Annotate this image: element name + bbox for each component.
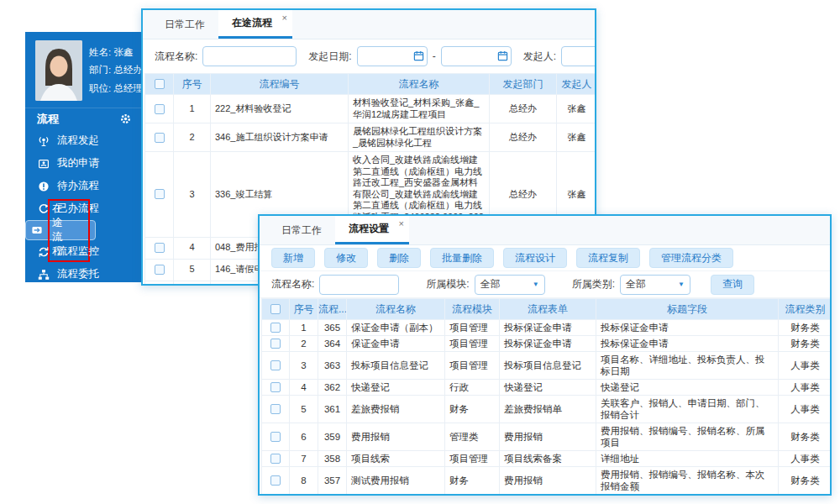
table-row[interactable]: 2 364 保证金申请 项目管理 投标保证金申请 投标保证金申请 财务类 bbox=[262, 336, 832, 352]
sidebar-item-my-applications[interactable]: 我的申请 bbox=[25, 152, 141, 175]
process-name-input[interactable] bbox=[319, 275, 399, 295]
row-checkbox[interactable] bbox=[270, 360, 281, 370]
row-checkbox[interactable] bbox=[155, 104, 165, 114]
sidebar-item-label: 流程发起 bbox=[57, 134, 99, 148]
profile-name: 姓名: 张鑫 bbox=[89, 46, 143, 59]
table-row[interactable]: 4 362 快递登记 行政 快递登记 快递登记 人事类 bbox=[262, 380, 832, 396]
table-row[interactable]: 9 356 设计审查 项目管理 设计审查 设计审查、项目名称、专业、设计人、制单… bbox=[262, 495, 832, 496]
column-header-dept: 发起部门 bbox=[490, 74, 557, 95]
date-separator: - bbox=[433, 50, 436, 62]
column-header-form: 流程表单 bbox=[500, 299, 596, 320]
process-settings-table: 序号 流程... 流程名称 流程模块 流程表单 标题字段 流程类别 1 365 … bbox=[261, 298, 832, 496]
category-select[interactable]: 全部 ▼ bbox=[620, 275, 690, 295]
profile-department: 部门: 总经办 bbox=[89, 64, 143, 76]
panel2-filter-row: 流程名称: 所属模块: 全部 ▼ 所属类别: 全部 ▼ 查询 bbox=[260, 271, 830, 298]
category-label: 所属类别: bbox=[572, 277, 615, 291]
sidebar-item-label: 流程委托 bbox=[57, 267, 99, 281]
initiator-input[interactable] bbox=[561, 46, 596, 66]
process-design-button[interactable]: 流程设计 bbox=[503, 248, 567, 268]
search-button[interactable]: 查询 bbox=[711, 275, 754, 295]
section-title: 流程 bbox=[37, 112, 59, 127]
tab-in-transit[interactable]: 在途流程 × bbox=[218, 10, 292, 39]
row-checkbox[interactable] bbox=[155, 265, 165, 275]
column-header-code: 流程编号 bbox=[211, 74, 349, 95]
column-header-module: 流程模块 bbox=[445, 299, 500, 320]
row-checkbox[interactable] bbox=[270, 432, 281, 442]
select-all-checkbox[interactable] bbox=[155, 79, 165, 89]
column-header-category: 流程类别 bbox=[779, 299, 832, 320]
sidebar-item-label: 我的申请 bbox=[57, 156, 99, 171]
module-select[interactable]: 全部 ▼ bbox=[475, 275, 545, 295]
id-card-icon bbox=[38, 158, 50, 170]
podcast-icon bbox=[38, 135, 50, 147]
add-button[interactable]: 新增 bbox=[271, 248, 315, 268]
row-checkbox[interactable] bbox=[270, 382, 281, 392]
column-header-seq: 序号 bbox=[290, 299, 318, 320]
row-checkbox[interactable] bbox=[155, 243, 165, 253]
panel2-tabbar: 日常工作 流程设置 × bbox=[260, 216, 830, 245]
start-date-from-field bbox=[357, 46, 428, 66]
sidebar-item-label: 流程监控 bbox=[57, 244, 99, 259]
column-header-seq: 序号 bbox=[174, 74, 211, 95]
process-settings-panel: 日常工作 流程设置 × 新增 修改 删除 批量删除 流程设计 流程复制 管理流程… bbox=[258, 214, 832, 496]
table-row[interactable]: 8 357 测试费用报销 财务 费用报销 费用报销、报销编号、报销名称、本次报销… bbox=[262, 467, 832, 495]
table-row[interactable]: 1 222_材料验收登记 材料验收登记_材料采购_张鑫_华润12城房建工程项目 … bbox=[145, 95, 597, 123]
row-checkbox[interactable] bbox=[270, 323, 281, 333]
batch-delete-button[interactable]: 批量删除 bbox=[430, 248, 494, 268]
table-row[interactable]: 2 346_施工组织设计方案申请 晟铭园林绿化工程组织设计方案_晟铭园林绿化工程… bbox=[145, 123, 597, 152]
process-copy-button[interactable]: 流程复制 bbox=[576, 248, 640, 268]
initiator-label: 发起人: bbox=[523, 50, 556, 64]
table-row[interactable]: 3 363 投标项目信息登记 项目管理 投标项目信息登记 项目名称、详细地址、投… bbox=[262, 352, 832, 380]
app-stage: 姓名: 张鑫 部门: 总经办 职位: 总经理 流程 流程发起 bbox=[0, 0, 840, 504]
select-all-checkbox[interactable] bbox=[270, 304, 281, 314]
gear-icon[interactable] bbox=[120, 113, 131, 124]
row-checkbox[interactable] bbox=[155, 189, 165, 199]
sitemap-icon bbox=[38, 269, 50, 281]
tab-process-settings[interactable]: 流程设置 × bbox=[335, 216, 409, 244]
sidebar-item-todo-processes[interactable]: 待办流程 bbox=[25, 175, 141, 197]
exclamation-circle-icon bbox=[38, 181, 50, 192]
tab-daily-work[interactable]: 日常工作 bbox=[151, 10, 218, 39]
process-name-label: 流程名称: bbox=[155, 50, 197, 64]
sidebar-item-in-transit-processes[interactable]: 在途流程 bbox=[25, 220, 96, 240]
panel1-tabbar: 日常工作 在途流程 × bbox=[143, 10, 595, 39]
table-row[interactable]: 6 359 费用报销 管理类 费用报销 费用报销、报销编号、报销名称、所属项目 … bbox=[262, 423, 832, 451]
tab-daily-work[interactable]: 日常工作 bbox=[268, 216, 335, 244]
close-icon[interactable]: × bbox=[399, 218, 404, 228]
sidebar-item-process-start[interactable]: 流程发起 bbox=[25, 129, 141, 152]
start-date-label: 发起日期: bbox=[308, 50, 351, 64]
chevron-down-icon: ▼ bbox=[533, 281, 539, 288]
manage-process-category-button[interactable]: 管理流程分类 bbox=[649, 248, 733, 268]
profile-title: 职位: 总经理 bbox=[89, 82, 143, 95]
row-checkbox[interactable] bbox=[270, 475, 281, 486]
close-icon[interactable]: × bbox=[282, 13, 287, 23]
delete-button[interactable]: 删除 bbox=[377, 248, 421, 268]
row-checkbox[interactable] bbox=[270, 339, 281, 349]
table-row[interactable]: 5 361 差旅费报销 财务 差旅费报销单 关联客户、报销人、申请日期、部门、报… bbox=[262, 396, 832, 423]
avatar bbox=[35, 40, 82, 101]
in-transit-icon bbox=[31, 224, 43, 236]
sidebar-item-process-delegation[interactable]: 流程委托 bbox=[25, 263, 141, 286]
calendar-icon[interactable] bbox=[497, 50, 508, 61]
sidebar-item-delegated-processes[interactable]: 被委托流程 bbox=[25, 286, 141, 308]
sidebar: 姓名: 张鑫 部门: 总经办 职位: 总经理 流程 流程发起 bbox=[25, 32, 141, 282]
sidebar-item-label: 待办流程 bbox=[57, 179, 99, 193]
process-name-input[interactable] bbox=[202, 46, 297, 66]
table-row[interactable]: 7 358 项目线索 项目管理 项目线索备案 详细地址 人事类 bbox=[262, 451, 832, 467]
chevron-down-icon: ▼ bbox=[678, 281, 685, 288]
row-checkbox[interactable] bbox=[270, 454, 281, 464]
module-label: 所属模块: bbox=[426, 277, 469, 291]
table-header-row: 序号 流程编号 流程名称 发起部门 发起人 bbox=[145, 74, 597, 95]
panel1-filter-row: 流程名称: 发起日期: - 发起人: bbox=[143, 39, 595, 73]
sitemap-icon bbox=[38, 291, 50, 303]
column-header-person: 发起人 bbox=[557, 74, 597, 95]
process-name-label: 流程名称: bbox=[271, 277, 314, 291]
row-checkbox[interactable] bbox=[270, 404, 281, 414]
start-date-to-field bbox=[441, 46, 512, 66]
calendar-icon[interactable] bbox=[413, 50, 424, 61]
sync-icon bbox=[38, 246, 50, 258]
column-header-id: 流程... bbox=[318, 299, 347, 320]
row-checkbox[interactable] bbox=[155, 133, 165, 143]
edit-button[interactable]: 修改 bbox=[324, 248, 368, 268]
table-row[interactable]: 1 365 保证金申请（副本） 项目管理 投标保证金申请 投标保证金申请 财务类 bbox=[262, 320, 832, 336]
